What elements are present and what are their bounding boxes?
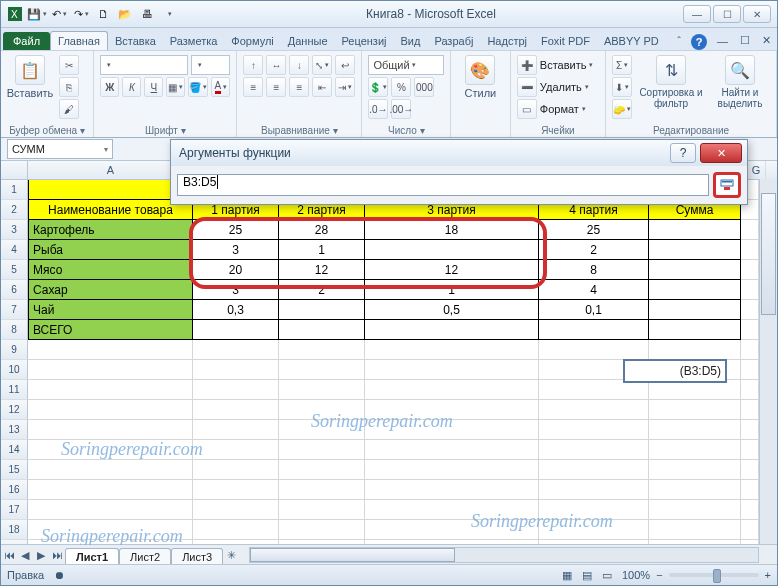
cell[interactable]: Картофель <box>28 220 193 240</box>
maximize-button[interactable]: ☐ <box>713 5 741 23</box>
row-header[interactable]: 7 <box>1 300 28 320</box>
find-select-button[interactable]: 🔍 Найти и выделить <box>710 55 770 109</box>
merge-icon[interactable]: ⇥ <box>335 77 355 97</box>
open-icon[interactable]: 📂 <box>115 4 135 24</box>
cell[interactable] <box>28 460 193 480</box>
new-icon[interactable]: 🗋 <box>93 4 113 24</box>
format-cells-icon[interactable]: ▭ <box>517 99 537 119</box>
row-header[interactable]: 15 <box>1 460 28 480</box>
fill-color-icon[interactable]: 🪣 <box>188 77 208 97</box>
cell[interactable]: 4 <box>539 280 649 300</box>
cell[interactable] <box>365 380 539 400</box>
cell[interactable]: 2 <box>539 240 649 260</box>
format-painter-icon[interactable]: 🖌 <box>59 99 79 119</box>
cell[interactable] <box>649 320 741 340</box>
cell[interactable] <box>28 400 193 420</box>
cell[interactable] <box>365 400 539 420</box>
cell[interactable] <box>28 180 193 200</box>
wrap-text-icon[interactable]: ↩ <box>335 55 355 75</box>
cell[interactable] <box>193 480 279 500</box>
row-header[interactable]: 2 <box>1 200 28 220</box>
qat-customize-icon[interactable] <box>159 4 179 24</box>
cell[interactable] <box>649 240 741 260</box>
sheet-nav-first-icon[interactable]: ⏮ <box>1 547 17 563</box>
cell[interactable]: 3 <box>193 280 279 300</box>
cell[interactable]: 1 <box>279 240 365 260</box>
zoom-out-icon[interactable]: − <box>656 569 662 581</box>
cell[interactable] <box>741 380 759 400</box>
decrease-indent-icon[interactable]: ⇤ <box>312 77 332 97</box>
orientation-icon[interactable]: ⤡ <box>312 55 332 75</box>
cell[interactable]: Рыба <box>28 240 193 260</box>
cell[interactable] <box>279 520 365 540</box>
paste-button[interactable]: 📋 Вставить <box>7 55 53 99</box>
row-header[interactable]: 17 <box>1 500 28 520</box>
clear-icon[interactable]: 🧽 <box>612 99 632 119</box>
cell[interactable] <box>649 340 741 360</box>
percent-icon[interactable]: % <box>391 77 411 97</box>
cell[interactable]: 25 <box>539 220 649 240</box>
row-header[interactable]: 11 <box>1 380 28 400</box>
cell[interactable] <box>28 520 193 540</box>
cell[interactable] <box>741 340 759 360</box>
cell[interactable] <box>193 320 279 340</box>
underline-icon[interactable]: Ч <box>144 77 163 97</box>
cell[interactable] <box>279 320 365 340</box>
horizontal-scrollbar[interactable] <box>249 547 759 563</box>
view-normal-icon[interactable]: ▦ <box>562 569 572 582</box>
cell[interactable] <box>365 240 539 260</box>
row-header[interactable]: 3 <box>1 220 28 240</box>
cell[interactable] <box>365 500 539 520</box>
undo-icon[interactable]: ↶ <box>49 4 69 24</box>
cell[interactable] <box>279 380 365 400</box>
mdi-close-icon[interactable]: ✕ <box>756 31 777 50</box>
tab-foxit[interactable]: Foxit PDF <box>534 32 597 50</box>
cell[interactable] <box>649 460 741 480</box>
tab-review[interactable]: Рецензиј <box>335 32 394 50</box>
cell[interactable]: 12 <box>365 260 539 280</box>
row-header[interactable]: 5 <box>1 260 28 280</box>
border-icon[interactable]: ▦ <box>166 77 185 97</box>
zoom-slider-handle[interactable] <box>713 569 721 583</box>
cell[interactable] <box>28 500 193 520</box>
scrollbar-thumb[interactable] <box>761 193 776 315</box>
cell[interactable] <box>649 300 741 320</box>
dialog-launcher-icon[interactable]: ▾ <box>80 125 85 136</box>
scrollbar-thumb[interactable] <box>250 548 455 562</box>
format-cells-label[interactable]: Формат <box>540 103 579 115</box>
range-input[interactable]: B3:D5 <box>177 174 709 196</box>
sheet-nav-last-icon[interactable]: ⏭ <box>49 547 65 563</box>
sheet-tab-2[interactable]: Лист2 <box>119 548 171 565</box>
save-icon[interactable]: 💾 <box>27 4 47 24</box>
cell[interactable]: 8 <box>539 260 649 280</box>
sheet-nav-next-icon[interactable]: ▶ <box>33 547 49 563</box>
cell[interactable] <box>539 480 649 500</box>
row-header[interactable]: 1 <box>1 180 28 200</box>
cell[interactable] <box>741 400 759 420</box>
row-header[interactable]: 16 <box>1 480 28 500</box>
tab-addins[interactable]: Надстрј <box>480 32 534 50</box>
cell[interactable] <box>193 380 279 400</box>
cell[interactable] <box>649 380 741 400</box>
cell[interactable] <box>741 240 759 260</box>
cell[interactable]: 25 <box>193 220 279 240</box>
cell[interactable] <box>28 380 193 400</box>
cell[interactable] <box>279 340 365 360</box>
cell[interactable] <box>539 440 649 460</box>
cell[interactable] <box>539 320 649 340</box>
cell[interactable] <box>649 500 741 520</box>
row-header[interactable]: 9 <box>1 340 28 360</box>
tab-developer[interactable]: Разрабј <box>427 32 480 50</box>
cell[interactable]: Сахар <box>28 280 193 300</box>
view-pagebreak-icon[interactable]: ▭ <box>602 569 612 582</box>
cell[interactable] <box>365 340 539 360</box>
comma-icon[interactable]: 000 <box>414 77 434 97</box>
col-G[interactable]: G <box>747 161 766 179</box>
vertical-scrollbar[interactable] <box>759 179 777 545</box>
row-header[interactable]: 4 <box>1 240 28 260</box>
styles-button[interactable]: 🎨 Стили <box>457 55 503 99</box>
cell[interactable] <box>539 460 649 480</box>
tab-formulas[interactable]: Формулі <box>224 32 280 50</box>
dialog-titlebar[interactable]: Аргументы функции ? ✕ <box>171 140 747 166</box>
align-middle-icon[interactable]: ↔ <box>266 55 286 75</box>
